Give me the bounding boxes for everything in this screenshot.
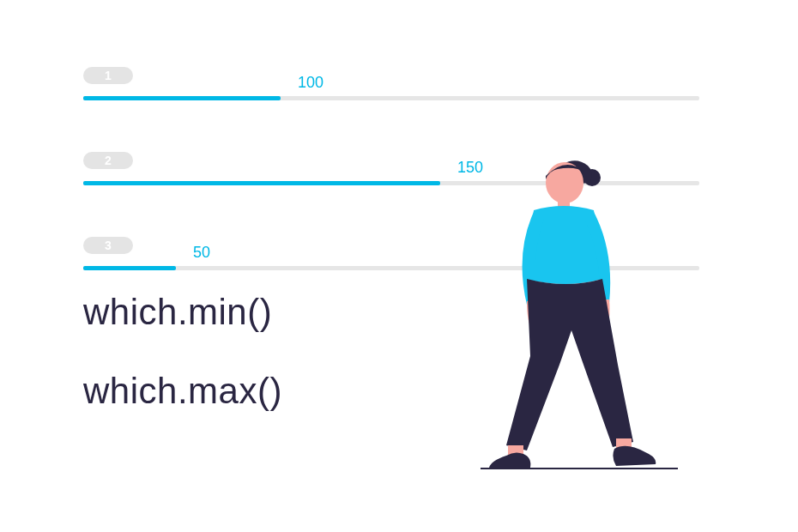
bar-index-badge: 2	[83, 152, 133, 169]
function-list: which.min() which.max()	[83, 292, 282, 450]
function-max-label: which.max()	[83, 371, 282, 412]
bar-index-badge: 1	[83, 67, 133, 84]
bar-track: 100	[83, 96, 699, 100]
bar-value-label: 50	[193, 244, 210, 262]
bar-fill	[83, 266, 176, 270]
person-illustration	[489, 150, 678, 493]
shoe-left-icon	[489, 452, 530, 468]
bar-value-label: 150	[457, 159, 483, 177]
bar-fill	[83, 96, 281, 100]
function-min-label: which.min()	[83, 292, 282, 333]
bar-fill	[83, 181, 440, 185]
bar-value-label: 100	[298, 74, 323, 92]
pants-icon	[506, 279, 633, 450]
diagram-canvas: 1 100 2 150 3 50 which.min() which.max()	[0, 0, 798, 532]
bar-index-badge: 3	[83, 237, 133, 254]
bar-row: 1 100	[83, 67, 699, 100]
shoe-right-icon	[613, 446, 656, 466]
